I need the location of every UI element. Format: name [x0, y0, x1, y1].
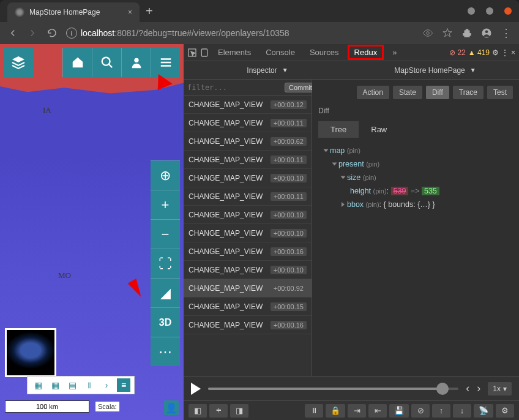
- tab-console[interactable]: Console: [260, 45, 301, 59]
- subtab-inspector[interactable]: Inspector▼: [184, 61, 351, 79]
- scale-label: Scala:: [95, 402, 119, 411]
- rtab-state[interactable]: State: [393, 86, 422, 99]
- reload-icon[interactable]: [47, 28, 58, 39]
- minimap[interactable]: [5, 328, 56, 377]
- raw-tab[interactable]: Raw: [359, 121, 399, 138]
- action-item[interactable]: CHANGE_MAP_VIEW+00:00.12: [184, 96, 312, 114]
- subtab-instance[interactable]: MapStore HomePage▼: [351, 61, 519, 79]
- burger-menu-button[interactable]: [151, 48, 180, 77]
- profile-icon[interactable]: [481, 28, 492, 39]
- widget-icon[interactable]: ▦: [31, 378, 45, 392]
- kebab-icon[interactable]: ⋮: [501, 48, 509, 57]
- action-item[interactable]: CHANGE_MAP_VIEW+00:00.62: [184, 132, 312, 151]
- dock-bottom-icon[interactable]: ⫩: [209, 404, 228, 418]
- error-count[interactable]: ⊘ 22: [449, 48, 466, 57]
- fullscreen-button[interactable]: ⛶: [151, 249, 180, 278]
- home-button[interactable]: [62, 48, 92, 77]
- gear-icon[interactable]: ⚙: [496, 404, 514, 418]
- widget-icon-2[interactable]: ▦: [48, 378, 62, 392]
- tab-redux[interactable]: Redux: [348, 45, 384, 60]
- tab-elements[interactable]: Elements: [212, 45, 257, 59]
- pause-icon[interactable]: ⏸: [305, 404, 323, 418]
- next-button[interactable]: ›: [477, 382, 480, 395]
- rtab-diff[interactable]: Diff: [426, 86, 449, 99]
- svg-point-3: [102, 58, 110, 66]
- rtab-action[interactable]: Action: [357, 86, 389, 99]
- layers-button[interactable]: [4, 48, 33, 77]
- eye-icon[interactable]: [422, 28, 433, 39]
- map-vertical-tools: ⊕ + − ⛶ ◢ 3D ⋯: [151, 160, 180, 366]
- export-icon[interactable]: ⇥: [348, 404, 366, 418]
- action-item[interactable]: CHANGE_MAP_VIEW+00:00.16: [184, 242, 312, 261]
- play-button[interactable]: [191, 383, 201, 395]
- window-titlebar: MapStore HomePage × +: [0, 0, 519, 22]
- inspect-icon[interactable]: [187, 48, 197, 58]
- browser-tab[interactable]: MapStore HomePage ×: [7, 2, 140, 22]
- action-item[interactable]: CHANGE_MAP_VIEW+00:00.11: [184, 187, 312, 206]
- rec-icon[interactable]: ⊘: [411, 404, 430, 418]
- speed-select[interactable]: 1x ▾: [488, 382, 512, 396]
- device-icon[interactable]: [200, 48, 209, 58]
- new-tab-button[interactable]: +: [146, 4, 153, 18]
- action-item[interactable]: CHANGE_MAP_VIEW+00:00.16: [184, 316, 312, 334]
- action-item[interactable]: CHANGE_MAP_VIEW+00:00.11: [184, 114, 312, 132]
- back-icon[interactable]: [7, 28, 18, 39]
- locate-button[interactable]: ⊕: [151, 160, 180, 190]
- action-item[interactable]: CHANGE_MAP_VIEW+00:00.11: [184, 151, 312, 169]
- import-icon[interactable]: ⇤: [368, 404, 387, 418]
- expand-icon[interactable]: ›: [100, 378, 113, 392]
- action-item[interactable]: CHANGE_MAP_VIEW+00:00.10: [184, 261, 312, 279]
- action-item[interactable]: CHANGE_MAP_VIEW+00:00.10: [184, 206, 312, 224]
- remote-icon[interactable]: 📡: [474, 404, 493, 418]
- star-icon[interactable]: [442, 28, 453, 39]
- action-list[interactable]: CHANGE_MAP_VIEW+00:00.12CHANGE_MAP_VIEW+…: [184, 96, 312, 376]
- close-devtools-icon[interactable]: ×: [511, 48, 515, 57]
- lock-icon[interactable]: 🔒: [326, 404, 345, 418]
- forward-icon[interactable]: [27, 28, 38, 39]
- undo-button[interactable]: ◢: [151, 278, 180, 307]
- url-actions: ⋮: [422, 26, 512, 40]
- devtools-panel: Elements Console Sources Redux » ⊘ 22 ▲ …: [184, 44, 519, 420]
- rtab-trace[interactable]: Trace: [453, 86, 484, 99]
- chart-icon[interactable]: ⫴: [83, 378, 96, 392]
- warning-count[interactable]: ▲ 419: [468, 48, 490, 57]
- search-button[interactable]: [92, 48, 121, 77]
- prev-button[interactable]: ‹: [466, 382, 469, 395]
- download-icon[interactable]: ↓: [453, 404, 471, 418]
- timeline-slider[interactable]: [208, 388, 458, 390]
- save-icon[interactable]: 💾: [389, 404, 409, 418]
- url-bar: i localhost:8081/?debug=true#/viewer/ope…: [0, 22, 519, 44]
- login-button[interactable]: [121, 48, 151, 77]
- map-viewport[interactable]: IA MO ⊕ + − ⛶ ◢ 3D ⋯ ▦ ▦ ▤ ⫴ › ≡ 1: [0, 44, 184, 420]
- zoom-in-button[interactable]: +: [151, 190, 180, 219]
- tab-sources[interactable]: Sources: [304, 45, 345, 59]
- three-d-button[interactable]: 3D: [151, 307, 180, 337]
- more-tools-button[interactable]: ⋯: [151, 337, 180, 366]
- action-item[interactable]: CHANGE_MAP_VIEW+00:00.92: [184, 279, 312, 298]
- tab-more[interactable]: »: [386, 45, 403, 59]
- user-indicator[interactable]: 👤: [164, 400, 179, 415]
- filter-input[interactable]: [187, 83, 281, 92]
- diff-tree[interactable]: map (pin) present (pin) size (pin) heigh…: [312, 138, 519, 217]
- settings-icon[interactable]: ⚙: [492, 48, 499, 57]
- action-item[interactable]: CHANGE_MAP_VIEW+00:00.10: [184, 169, 312, 187]
- minimize-icon[interactable]: [468, 7, 475, 15]
- close-window-icon[interactable]: [504, 7, 512, 15]
- site-info-icon[interactable]: i: [66, 28, 77, 39]
- dock-right-icon[interactable]: ◨: [230, 404, 248, 418]
- extensions-icon[interactable]: [461, 28, 472, 39]
- action-item[interactable]: CHANGE_MAP_VIEW+00:00.15: [184, 298, 312, 316]
- upload-icon[interactable]: ↑: [432, 404, 450, 418]
- tree-tab[interactable]: Tree: [318, 121, 359, 138]
- action-item[interactable]: CHANGE_MAP_VIEW+00:00.10: [184, 224, 312, 242]
- favicon: [15, 7, 24, 17]
- menu-icon[interactable]: ⋮: [501, 26, 512, 40]
- table-icon[interactable]: ▤: [65, 378, 79, 392]
- rtab-test[interactable]: Test: [487, 86, 513, 99]
- maximize-icon[interactable]: [486, 7, 493, 15]
- address-field[interactable]: i localhost:8081/?debug=true#/viewer/ope…: [66, 28, 414, 39]
- zoom-out-button[interactable]: −: [151, 219, 180, 249]
- dock-left-icon[interactable]: ◧: [189, 404, 207, 418]
- list-icon[interactable]: ≡: [117, 378, 130, 392]
- close-tab-icon[interactable]: ×: [128, 8, 132, 17]
